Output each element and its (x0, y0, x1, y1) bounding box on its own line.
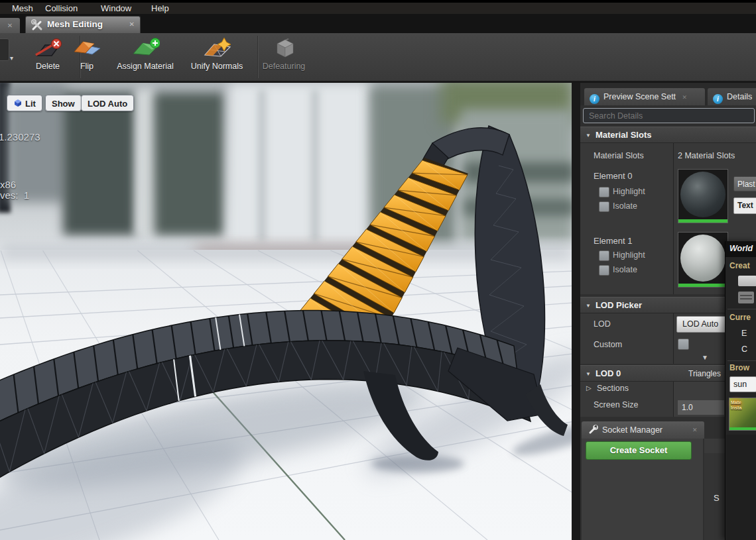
material-instance-thumbnail[interactable]: Mate Insta (729, 398, 756, 431)
element0-material-thumbnail[interactable] (678, 169, 728, 223)
unify-normals-label: Unify Normals (184, 62, 250, 71)
assign-material-button[interactable]: Assign Material (111, 36, 180, 78)
show-label: Show (52, 99, 75, 109)
expander-arrow-icon[interactable]: ▼ (702, 354, 708, 361)
create-socket-button[interactable]: Create Socket (586, 441, 692, 460)
lit-mode-button[interactable]: Lit (7, 95, 42, 111)
defeaturing-label: Defeaturing (259, 62, 308, 71)
collapse-arrow-icon: ▼ (586, 298, 591, 314)
delete-face-icon (33, 37, 62, 61)
unify-normals-icon (202, 37, 231, 61)
chevron-down-icon[interactable]: ▾ (10, 54, 13, 62)
assign-material-icon (131, 37, 160, 61)
material-green-bar (678, 284, 727, 287)
section-title: LOD 0 (596, 368, 621, 378)
material-slots-header[interactable]: ▼Material Slots (580, 127, 756, 143)
background-tab-stub[interactable]: ✕ (0, 18, 20, 33)
unify-normals-button[interactable]: Unify Normals (184, 36, 250, 78)
tab-preview-scene-settings[interactable]: iPreview Scene Sett ✕ (584, 88, 705, 105)
partial-text: S (714, 493, 720, 503)
delete-button[interactable]: Delete (31, 36, 65, 78)
current-asset-name: World (729, 244, 753, 253)
asset-type-icon[interactable] (738, 292, 754, 303)
asset-search-input[interactable] (729, 376, 756, 392)
browse-section-label: Brow (729, 363, 749, 372)
close-icon[interactable]: ✕ (692, 421, 698, 439)
screen-size-label: Screen Size (594, 400, 638, 409)
clipped-toolbar-button[interactable] (0, 38, 9, 61)
lod-auto-button[interactable]: LOD Auto (81, 95, 134, 111)
search-details-input[interactable] (583, 108, 755, 123)
texture-button[interactable]: Text (733, 197, 756, 214)
current-section-label: Curre (729, 313, 751, 322)
show-menu-button[interactable]: Show (45, 95, 82, 111)
section-title: Material Slots (596, 130, 652, 140)
viewport-3d-scene[interactable] (0, 83, 572, 540)
tab-label: Mesh Editing (47, 19, 103, 29)
element1-isolate-checkbox[interactable] (599, 265, 609, 276)
close-icon[interactable]: ✕ (682, 94, 688, 101)
custom-checkbox[interactable] (678, 339, 689, 350)
tab-label: Socket Manager (602, 425, 662, 435)
tab-mesh-editing[interactable]: Mesh Editing ✕ (25, 16, 141, 33)
lit-label: Lit (25, 99, 36, 109)
close-icon[interactable]: ✕ (129, 21, 135, 28)
tab-details[interactable]: iDetails (708, 88, 756, 105)
info-icon: i (590, 94, 599, 104)
element1-material-thumbnail[interactable] (678, 232, 728, 288)
panel-divider[interactable] (572, 83, 580, 540)
edit-menu-item[interactable]: E (741, 329, 747, 338)
overlay-primitives: ves: 1 (0, 189, 29, 201)
material-asset-dropdown[interactable]: Plast (733, 176, 756, 191)
menu-collision[interactable]: Collision (45, 3, 78, 13)
sections-label: Sections (597, 384, 629, 393)
mesh-editor-window: Mesh Collision Window Help ✕ Mesh Editin… (0, 0, 756, 540)
section-title: LOD Picker (596, 300, 642, 310)
thumb-text-line2: Insta (731, 405, 741, 411)
menu-window[interactable]: Window (101, 3, 131, 13)
defeaturing-button[interactable]: Defeaturing (259, 36, 308, 78)
menu-mesh[interactable]: Mesh (12, 3, 33, 13)
defeaturing-cube-icon (269, 37, 298, 61)
expand-right-icon[interactable]: ▷ (586, 384, 592, 392)
copy-menu-item[interactable]: C (741, 345, 747, 354)
highlight-label: Highlight (613, 187, 645, 196)
mesh-editing-toolbar: ▾ Delete Flip (0, 33, 756, 82)
popup-divider (727, 360, 756, 361)
element0-highlight-checkbox[interactable] (599, 187, 609, 197)
3d-viewport[interactable]: Lit Show LOD Auto 1.230273 x86 ves: 1 (0, 83, 572, 540)
flip-label: Flip (72, 62, 101, 71)
material-sphere-preview (680, 235, 725, 282)
info-icon: i (713, 94, 723, 104)
flip-button[interactable]: Flip (72, 36, 101, 78)
isolate-label: Isolate (613, 201, 637, 211)
create-asset-button[interactable] (738, 276, 756, 286)
asset-picker-popup: World Creat Curre E C Brow Mate Insta (725, 241, 756, 540)
thumb-text-line1: Mate (731, 400, 741, 405)
custom-label: Custom (594, 340, 622, 349)
lod-auto-label: LOD Auto (88, 99, 127, 109)
overlay-screen-size: 1.230273 (0, 131, 40, 142)
asset-list-area[interactable] (726, 435, 756, 540)
element0-label: Element 0 (594, 171, 633, 181)
material-green-bar (729, 427, 756, 430)
element1-label: Element 1 (594, 236, 633, 246)
menu-help[interactable]: Help (151, 3, 169, 13)
element0-isolate-checkbox[interactable] (599, 201, 609, 212)
close-icon[interactable]: ✕ (7, 22, 13, 29)
wrench-screwdriver-icon (31, 19, 44, 31)
popup-header-bar: World (725, 241, 756, 257)
triangles-label: Triangles (688, 366, 721, 382)
menu-bar: Mesh Collision Window Help (0, 3, 756, 14)
socket-wrench-icon (588, 425, 598, 435)
tab-label: Preview Scene Sett (603, 92, 676, 101)
material-green-bar (678, 219, 727, 223)
delete-label: Delete (31, 62, 65, 71)
element1-highlight-checkbox[interactable] (599, 250, 609, 261)
assign-material-label: Assign Material (111, 62, 180, 71)
lit-cube-icon (13, 98, 23, 108)
screen-size-input[interactable] (678, 400, 724, 415)
socket-list-pane: Create Socket (582, 439, 703, 540)
isolate-label: Isolate (613, 265, 637, 274)
tab-socket-manager[interactable]: Socket Manager ✕ (582, 421, 704, 439)
